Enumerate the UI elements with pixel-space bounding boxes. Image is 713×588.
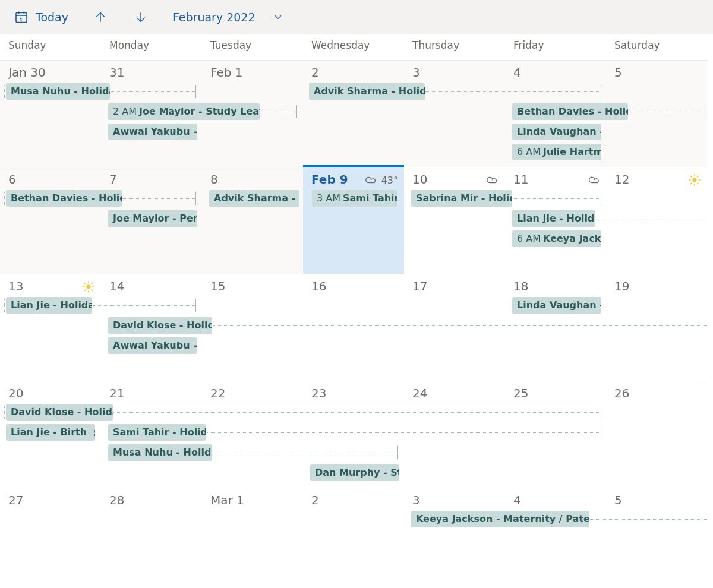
calendar-day[interactable]: 15	[202, 274, 303, 381]
today-button[interactable]: Today	[8, 5, 73, 29]
calendar-week-3: 20 21 22 23 24 25 26 David Klose - Holid…	[0, 381, 707, 488]
calendar-month-view: Sunday Monday Tuesday Wednesday Thursday…	[0, 34, 713, 588]
dow-label: Monday	[101, 34, 202, 60]
calendar-day[interactable]: 3	[404, 61, 505, 167]
calendar-day[interactable]: 27	[0, 488, 101, 570]
today-label: Today	[36, 11, 68, 24]
calendar-day[interactable]: 26	[606, 381, 707, 488]
calendar-day[interactable]: 18	[505, 274, 606, 381]
event-musa-holiday[interactable]: Musa Nuhu - Holiday	[108, 444, 212, 461]
recurring-icon	[93, 428, 95, 437]
weather-today: 43°	[365, 173, 398, 186]
dow-label: Thursday	[404, 34, 505, 60]
event-linda[interactable]: Linda Vaughan - T	[512, 124, 601, 140]
svg-point-7	[692, 178, 696, 182]
event-awwal[interactable]: Awwal Yakubu - Tr	[108, 337, 197, 354]
dow-label: Tuesday	[202, 34, 303, 60]
event-awwal[interactable]: Awwal Yakubu - C	[108, 124, 197, 140]
calendar-day[interactable]: 12	[606, 167, 707, 274]
calendar-day[interactable]: 6	[0, 167, 101, 274]
event-sami[interactable]: 3 AMSami Tahir -	[312, 190, 397, 207]
svg-line-24	[92, 283, 93, 284]
cloud-icon	[365, 173, 378, 186]
svg-line-15	[698, 176, 699, 177]
calendar-day-today[interactable]: Feb 9 43°	[303, 167, 404, 274]
calendar-day[interactable]: 16	[303, 274, 404, 381]
sun-icon	[688, 173, 701, 186]
sun-icon	[82, 280, 95, 293]
weather-icon	[82, 280, 95, 293]
event-linda[interactable]: Linda Vaughan - C	[512, 297, 601, 314]
month-picker[interactable]: February 2022	[168, 5, 291, 29]
calendar-day[interactable]: 24	[404, 381, 505, 488]
weather-icon	[587, 173, 600, 186]
calendar-day[interactable]: 2	[303, 61, 404, 167]
weather-icon	[486, 173, 499, 186]
calendar-day[interactable]: 4	[505, 488, 606, 570]
event-lian-holiday[interactable]: Lian Jie - Holiday	[512, 210, 595, 227]
event-lian-birth[interactable]: Lian Jie - Birth	[6, 424, 95, 441]
prev-button[interactable]	[87, 5, 113, 29]
calendar-day[interactable]: 2	[303, 488, 404, 570]
calendar-day[interactable]: 17	[404, 274, 505, 381]
calendar-day[interactable]: 10	[404, 167, 505, 274]
event-keeya[interactable]: 6 AMKeeya Jacks	[512, 230, 601, 247]
calendar-day[interactable]: 19	[606, 274, 707, 381]
day-of-week-header: Sunday Monday Tuesday Wednesday Thursday…	[0, 34, 707, 61]
event-advik[interactable]: Advik Sharma - Pe	[209, 190, 299, 207]
arrow-up-icon	[92, 9, 109, 26]
event-joe-study[interactable]: 2 AMJoe Maylor - Study Leave	[108, 103, 260, 120]
event-bethan-holiday[interactable]: Bethan Davies - Holiday	[6, 190, 122, 207]
calendar-week-4: 27 28 Mar 1 2 3 4 5 Keeya Jackson - Mate…	[0, 488, 707, 570]
svg-line-14	[690, 183, 692, 184]
calendar-day[interactable]: 3	[404, 488, 505, 570]
dow-label: Sunday	[0, 34, 101, 60]
calendar-day[interactable]: 22	[202, 381, 303, 488]
event-bethan-holiday[interactable]: Bethan Davies - Holiday	[512, 103, 628, 120]
svg-point-16	[86, 284, 90, 289]
event-keeya-maternity[interactable]: Keeya Jackson - Maternity / Paternity	[411, 511, 589, 527]
calendar-day[interactable]: 5	[606, 488, 707, 570]
next-button[interactable]	[128, 5, 154, 29]
event-lian-holiday[interactable]: Lian Jie - Holiday	[6, 297, 92, 314]
svg-line-23	[84, 290, 86, 291]
dow-label: Wednesday	[303, 34, 404, 60]
event-sami-holiday[interactable]: Sami Tahir - Holiday	[108, 424, 206, 441]
calendar-day[interactable]: Jan 30	[0, 61, 101, 167]
dow-label: Saturday	[606, 34, 707, 60]
month-label: February 2022	[173, 11, 255, 24]
cloud-icon	[486, 173, 499, 186]
weather-icon	[688, 173, 701, 186]
calendar-week-1: 6 7 8 Feb 9 43° 10 11 12 Bethan Davies -…	[0, 167, 707, 274]
calendar-day[interactable]: 25	[505, 381, 606, 488]
calendar-icon	[13, 9, 30, 26]
calendar-week-0: Jan 30 31 Feb 1 2 3 4 5 Musa Nuhu - Holi…	[0, 61, 707, 167]
calendar-day[interactable]: 8	[202, 167, 303, 274]
svg-rect-0	[16, 12, 27, 22]
calendar-day[interactable]: Mar 1	[202, 488, 303, 570]
arrow-down-icon	[132, 9, 149, 26]
event-advik-holiday[interactable]: Advik Sharma - Holiday	[309, 83, 425, 100]
calendar-toolbar: Today February 2022	[0, 0, 713, 34]
event-joe-personal[interactable]: Joe Maylor - Perso	[108, 210, 197, 227]
partly-cloudy-icon	[587, 173, 600, 186]
svg-line-13	[698, 183, 699, 184]
calendar-week-2: 13 14 15 16 17 18 19 Lian Jie - Holiday …	[0, 274, 707, 381]
event-julie[interactable]: 6 AMJulie Hartma	[512, 144, 601, 160]
event-dan[interactable]: Dan Murphy - Stu	[310, 464, 399, 481]
calendar-day[interactable]: 13	[0, 274, 101, 381]
dow-label: Friday	[505, 34, 606, 60]
svg-line-22	[92, 290, 93, 291]
event-sabrina-holiday[interactable]: Sabrina Mir - Holiday	[411, 190, 512, 207]
event-david-holiday[interactable]: David Klose - Holiday	[108, 317, 212, 334]
chevron-down-icon	[270, 9, 286, 26]
calendar-day[interactable]: 28	[101, 488, 202, 570]
svg-line-21	[84, 283, 86, 284]
event-david-holiday[interactable]: David Klose - Holiday	[6, 404, 113, 421]
calendar-weeks: Jan 30 31 Feb 1 2 3 4 5 Musa Nuhu - Holi…	[0, 61, 707, 570]
svg-line-12	[690, 176, 692, 177]
event-musa-holiday[interactable]: Musa Nuhu - Holiday	[6, 83, 110, 100]
